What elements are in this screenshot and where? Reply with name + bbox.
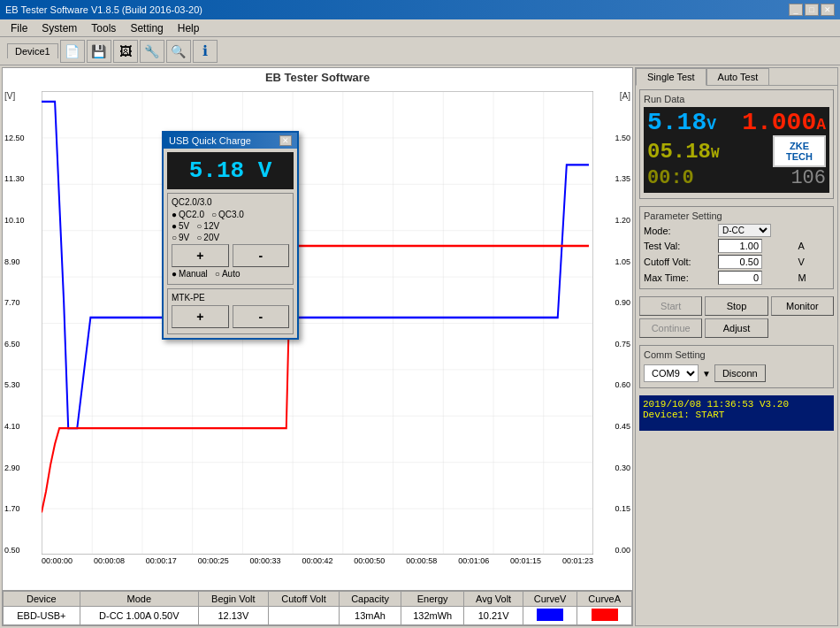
- cell-device: EBD-USB+: [4, 607, 80, 625]
- right-panel: Single Test Auto Test Run Data 5.18V 1.0…: [635, 67, 838, 626]
- cell-begin-volt: 12.13V: [198, 607, 268, 625]
- v5-option[interactable]: ● 5V: [172, 221, 189, 231]
- cutoff-volt-input[interactable]: [718, 255, 762, 269]
- mode-select[interactable]: D-CC D-CV D-CP: [718, 224, 771, 237]
- cell-capacity: 13mAh: [340, 607, 401, 625]
- open-button[interactable]: 🖼: [113, 40, 138, 63]
- manual-label: Manual: [179, 269, 208, 279]
- menu-system[interactable]: System: [34, 21, 84, 35]
- v9-radio[interactable]: ○: [172, 233, 177, 242]
- col-curvea: CurveA: [577, 592, 632, 607]
- run-row2: 05.18W ZKE TECH: [647, 135, 826, 167]
- minimize-button[interactable]: _: [789, 4, 803, 16]
- info-button[interactable]: ℹ: [193, 40, 218, 63]
- v5-radio[interactable]: ●: [172, 221, 177, 231]
- v20-radio[interactable]: ○: [196, 233, 202, 242]
- qc-plus-button[interactable]: +: [172, 244, 229, 267]
- y-label-left: [V]: [4, 91, 40, 101]
- chart-container: [V] 12.50 11.30 10.10 8.90 7.70 6.50 5.3…: [3, 87, 632, 590]
- dialog-title-text: USB Quick Charge: [169, 135, 251, 146]
- continue-button[interactable]: Continue: [639, 318, 702, 338]
- qc20-label: QC2.0: [179, 210, 204, 219]
- v12-radio[interactable]: ○: [196, 221, 202, 231]
- max-time-input[interactable]: [718, 271, 762, 285]
- param-grid: Mode: D-CC D-CV D-CP Test Val: A Cutoff …: [644, 224, 829, 285]
- v9-label: 9V: [179, 233, 189, 242]
- qc20-option[interactable]: ● QC2.0: [172, 210, 204, 219]
- qc30-option[interactable]: ○ QC3.0: [211, 210, 244, 219]
- y-label-right: [A]: [595, 91, 630, 101]
- count-display: 106: [790, 167, 826, 189]
- chart-title: EB Tester Software: [3, 68, 632, 87]
- auto-option[interactable]: ○ Auto: [215, 269, 241, 279]
- chart-panel: EB Tester Software [V] 12.50 11.30 10.10…: [2, 67, 633, 626]
- current-display: 1.000A: [742, 111, 826, 135]
- cutoff-volt-label: Cutoff Volt:: [644, 257, 714, 267]
- tab-single-test[interactable]: Single Test: [636, 68, 706, 86]
- search-button[interactable]: 🔍: [166, 40, 191, 63]
- device-tab[interactable]: Device1: [7, 43, 58, 58]
- log-line1: 2019/10/08 11:36:53 V3.20: [643, 399, 830, 410]
- max-time-unit: M: [798, 272, 829, 283]
- log-area: 2019/10/08 11:36:53 V3.20 Device1: START: [639, 395, 834, 431]
- run-row3: 00:0 106: [647, 167, 826, 189]
- qc20-radio[interactable]: ●: [172, 210, 177, 219]
- window-controls: _ □ ✕: [789, 4, 835, 16]
- new-button[interactable]: 📄: [60, 40, 85, 63]
- disconn-button[interactable]: Disconn: [714, 364, 766, 382]
- log-line2: Device1: START: [643, 410, 830, 420]
- menu-bar: File System Tools Setting Help: [0, 19, 840, 37]
- qc30-radio[interactable]: ○: [211, 210, 217, 219]
- dialog-close-button[interactable]: ✕: [279, 135, 292, 146]
- qc-minus-button[interactable]: -: [233, 244, 290, 267]
- manual-radio[interactable]: ●: [172, 269, 177, 279]
- start-button[interactable]: Start: [639, 296, 702, 316]
- v20-option[interactable]: ○ 20V: [196, 233, 219, 242]
- settings-button[interactable]: 🔧: [140, 40, 164, 63]
- test-val-label: Test Val:: [644, 241, 714, 251]
- auto-radio[interactable]: ○: [215, 269, 220, 279]
- col-begin-volt: Begin Volt: [198, 592, 268, 607]
- time-display: 00:0: [647, 167, 694, 189]
- menu-tools[interactable]: Tools: [84, 21, 123, 35]
- toolbar: Device1 📄 💾 🖼 🔧 🔍 ℹ: [0, 37, 840, 65]
- run-row1: 5.18V 1.000A: [647, 111, 826, 135]
- mtk-section-label: MTK-PE: [172, 293, 289, 303]
- monitor-button[interactable]: Monitor: [771, 296, 834, 316]
- comm-label: Comm Setting: [644, 349, 829, 360]
- v12-option[interactable]: ○ 12V: [196, 221, 219, 231]
- usb-dialog: USB Quick Charge ✕ 5.18 V QC2.0/3.0 ● QC…: [162, 131, 299, 340]
- table-row: EBD-USB+ D-CC 1.00A 0.50V 12.13V 13mAh 1…: [4, 607, 632, 625]
- menu-file[interactable]: File: [4, 21, 34, 35]
- cell-curvea: [577, 607, 632, 625]
- adjust-button[interactable]: Adjust: [705, 318, 767, 338]
- dialog-voltage-display: 5.18 V: [167, 152, 294, 189]
- run-data-section: Run Data 5.18V 1.000A 05.18W ZKE: [639, 89, 834, 199]
- qc-section-label: QC2.0/3.0: [172, 197, 289, 207]
- qc-section: QC2.0/3.0 ● QC2.0 ○ QC3.0 ●: [167, 193, 294, 285]
- maximize-button[interactable]: □: [805, 4, 819, 16]
- mtk-minus-button[interactable]: -: [233, 305, 290, 328]
- power-display: 05.18W: [647, 140, 720, 164]
- manual-option[interactable]: ● Manual: [172, 269, 208, 279]
- menu-setting[interactable]: Setting: [123, 21, 170, 35]
- close-button[interactable]: ✕: [821, 4, 835, 16]
- save-button[interactable]: 💾: [87, 40, 111, 63]
- tabs: Single Test Auto Test: [636, 68, 837, 86]
- tab-auto-test[interactable]: Auto Test: [706, 68, 770, 85]
- port-select[interactable]: COM9: [644, 364, 699, 382]
- window-title: EB Tester Software V1.8.5 (Build 2016-03…: [5, 4, 202, 15]
- v12-label: 12V: [203, 221, 219, 231]
- test-val-input[interactable]: [718, 239, 762, 253]
- mtk-plus-button[interactable]: +: [172, 305, 229, 328]
- comm-section: Comm Setting COM9 ▼ Disconn: [639, 345, 834, 388]
- v9-option[interactable]: ○ 9V: [172, 233, 189, 242]
- cell-cutoff-volt: [268, 607, 339, 625]
- stop-button[interactable]: Stop: [705, 296, 767, 316]
- menu-help[interactable]: Help: [171, 21, 207, 35]
- col-cutoff-volt: Cutoff Volt: [268, 592, 339, 607]
- col-device: Device: [4, 592, 80, 607]
- curvev-swatch: [537, 609, 563, 621]
- parameter-section: Parameter Setting Mode: D-CC D-CV D-CP T…: [639, 206, 834, 289]
- control-buttons: Start Stop Monitor Continue Adjust: [639, 296, 834, 338]
